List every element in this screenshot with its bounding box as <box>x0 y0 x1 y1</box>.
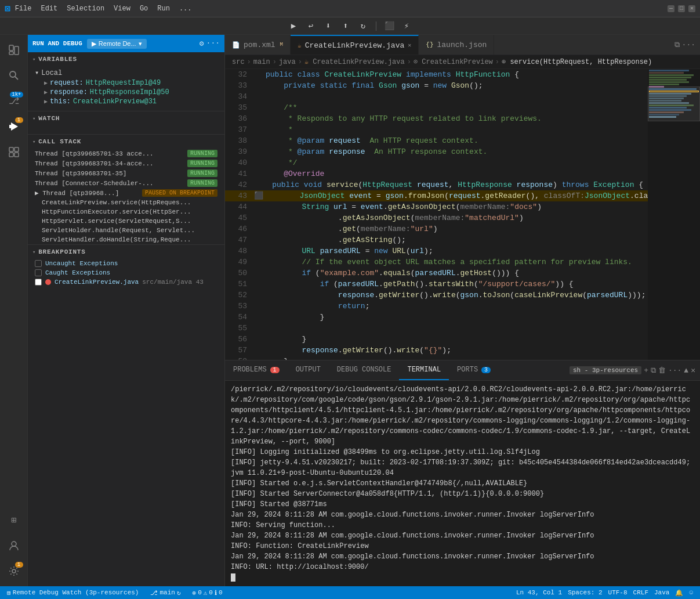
bp-file[interactable]: CreateLinkPreview.java src/main/java 43 <box>28 277 224 287</box>
thread-2-name: Thread [qtp399683701-35] <box>35 170 126 177</box>
bp-uncaught[interactable]: Uncaught Exceptions <box>28 259 224 268</box>
status-encoding[interactable]: UTF-8 <box>606 589 630 596</box>
bp-uncaught-checkbox[interactable] <box>35 260 42 267</box>
callstack-frame-4[interactable]: ServletHandler.doHandle(String,Reque... <box>28 235 224 244</box>
activity-explorer[interactable] <box>2 38 26 62</box>
minimize-button[interactable]: — <box>668 5 674 12</box>
watch-header[interactable]: ▾ WATCH <box>28 111 224 125</box>
callstack-thread-1[interactable]: Thread [qtp399683701-34-acce... RUNNING <box>28 158 224 168</box>
variables-header[interactable]: ▾ VARIABLES <box>28 52 224 66</box>
bc-main[interactable]: main <box>253 58 270 66</box>
var-request-name: request: <box>50 79 84 87</box>
bp-file-checkbox[interactable] <box>35 279 42 286</box>
menu-file[interactable]: File <box>15 5 32 13</box>
terminal-line-4: [INFO] Started ServerConnector@4a058df8{… <box>231 489 694 499</box>
status-language[interactable]: Java <box>652 589 672 596</box>
var-this[interactable]: ▶ this: CreateLinkPreview@31 <box>28 97 224 106</box>
split-editor-icon[interactable]: ⧉ <box>674 41 680 49</box>
continue-button[interactable]: ▶ <box>286 19 300 33</box>
callstack-thread-2[interactable]: Thread [qtp399683701-35] RUNNING <box>28 168 224 178</box>
status-feedback[interactable]: ☺ <box>687 589 695 596</box>
lightning-button[interactable]: ⚡ <box>400 19 414 33</box>
tab-launch-json[interactable]: {} launch.json <box>419 35 494 55</box>
tab-terminal[interactable]: TERMINAL <box>399 360 449 380</box>
tab-ports[interactable]: PORTS 3 <box>449 360 499 380</box>
activity-search[interactable] <box>2 64 26 87</box>
tab-close-icon[interactable]: ✕ <box>408 42 411 49</box>
status-line-col[interactable]: Ln 43, Col 1 <box>514 589 564 596</box>
tab-debug-console[interactable]: DEBUG CONSOLE <box>329 360 400 380</box>
status-line-ending[interactable]: CRLF <box>631 589 651 596</box>
activity-account[interactable] <box>2 534 26 557</box>
breakpoints-header[interactable]: ▾ BREAKPOINTS <box>28 245 224 259</box>
callstack-thread-4[interactable]: ▶ Thread [qtp39968...] PAUSED ON BREAKPO… <box>28 188 224 198</box>
status-remote[interactable]: ⊞ Remote Debug Watch (3p-resources) <box>5 589 141 597</box>
menu-go[interactable]: Go <box>140 5 148 13</box>
activity-remote[interactable]: ⊞ <box>2 508 26 532</box>
remote-debug-config[interactable]: ▶ Remote De... ▾ <box>87 39 147 49</box>
code-editor[interactable]: 32 public class CreateLinkPreview implem… <box>225 69 648 360</box>
var-request[interactable]: ▶ request: HttpRequestImpl@49 <box>28 78 224 88</box>
var-response[interactable]: ▶ response: HttpResponseImpl@50 <box>28 88 224 97</box>
stop-button[interactable]: ⬛ <box>382 19 396 33</box>
menu-more[interactable]: ... <box>179 5 192 13</box>
activity-extensions[interactable] <box>2 140 26 164</box>
menu-run[interactable]: Run <box>157 5 170 13</box>
step-into-button[interactable]: ⬇ <box>321 19 335 33</box>
callstack-frame-0[interactable]: CreateLinkPreview.service(HttpReques... <box>28 198 224 207</box>
debug-badge: 1 <box>15 117 23 123</box>
new-terminal-icon[interactable]: + <box>644 366 648 375</box>
svg-point-12 <box>12 569 16 573</box>
menu-view[interactable]: View <box>114 5 130 13</box>
bc-method[interactable]: ⊕ service(HttpRequest, HttpResponse) <box>502 57 652 66</box>
menu-edit[interactable]: Edit <box>41 5 57 13</box>
activity-debug[interactable]: 1 <box>2 115 26 138</box>
feedback-icon: ☺ <box>689 589 693 596</box>
status-notifications[interactable]: 🔔 <box>673 589 686 597</box>
callstack-frame-2[interactable]: HttpServlet.service(ServletRequest,S... <box>28 216 224 226</box>
panel-tabs: PROBLEMS 1 OUTPUT DEBUG CONSOLE TERMINAL… <box>225 360 700 381</box>
close-panel-icon[interactable]: ✕ <box>691 366 695 375</box>
ellipsis-icon[interactable]: ··· <box>206 39 220 48</box>
local-group-header[interactable]: ▾ Local <box>28 67 224 78</box>
close-button[interactable]: ✕ <box>688 5 695 12</box>
local-group: ▾ Local ▶ request: HttpRequestImpl@49 ▶ … <box>28 66 224 107</box>
step-over-button[interactable]: ↩ <box>304 19 318 33</box>
status-spaces[interactable]: Spaces: 2 <box>565 589 604 596</box>
tab-pom-xml[interactable]: 📄 pom.xml M <box>225 35 291 55</box>
bc-java[interactable]: java <box>279 58 296 66</box>
more-terminal-icon[interactable]: ··· <box>668 366 681 375</box>
activity-source-control[interactable]: ⎇ 1k+ <box>2 89 26 113</box>
callstack-thread-3[interactable]: Thread [Connector-Scheduler-... RUNNING <box>28 178 224 188</box>
callstack-frame-3[interactable]: ServletHolder.handle(Request, Servlet... <box>28 226 224 235</box>
menu-selection[interactable]: Selection <box>67 5 104 13</box>
tab-output[interactable]: OUTPUT <box>288 360 329 380</box>
restart-button[interactable]: ↻ <box>356 19 370 33</box>
gear-icon[interactable]: ⚙ <box>200 39 204 48</box>
svg-rect-7 <box>9 147 13 151</box>
tab-problems[interactable]: PROBLEMS 1 <box>225 360 288 380</box>
trash-terminal-icon[interactable]: 🗑 <box>658 366 666 375</box>
bc-class[interactable]: ⊙ CreateLinkPreview <box>414 57 493 66</box>
activity-settings[interactable]: 1 <box>2 560 26 583</box>
line-ending-value: CRLF <box>633 589 648 596</box>
maximize-button[interactable]: □ <box>678 5 685 12</box>
status-branch[interactable]: ⎇ main ↻ <box>148 589 183 597</box>
split-terminal-icon[interactable]: ⧉ <box>651 366 656 375</box>
language-value: Java <box>654 589 669 596</box>
tab-create-link-preview[interactable]: ☕ CreateLinkPreview.java ✕ <box>291 35 419 55</box>
bc-file[interactable]: ☕ CreateLinkPreview.java <box>304 57 405 66</box>
more-tabs-icon[interactable]: ··· <box>682 41 695 49</box>
maximize-panel-icon[interactable]: ▲ <box>684 366 688 375</box>
status-errors[interactable]: ⊗ 0 ⚠ 0 ℹ 0 <box>190 589 225 597</box>
bc-src[interactable]: src <box>232 58 245 66</box>
bp-caught-checkbox[interactable] <box>35 269 42 276</box>
callstack-header[interactable]: ▾ CALL STACK <box>28 135 224 149</box>
callstack-frame-1[interactable]: HttpFunctionExecutor.service(HttpSer... <box>28 207 224 216</box>
bp-caught[interactable]: Caught Exceptions <box>28 268 224 277</box>
line-44: 44 String url = event.getAsJsonObject(me… <box>225 201 648 212</box>
callstack-thread-0[interactable]: Thread [qtp399685701-33 acce... RUNNING <box>28 149 224 158</box>
terminal-content[interactable]: /pierrick/.m2/repository/io/cloudevents/… <box>225 381 700 586</box>
step-out-button[interactable]: ⬆ <box>339 19 353 33</box>
svg-rect-0 <box>9 45 13 50</box>
